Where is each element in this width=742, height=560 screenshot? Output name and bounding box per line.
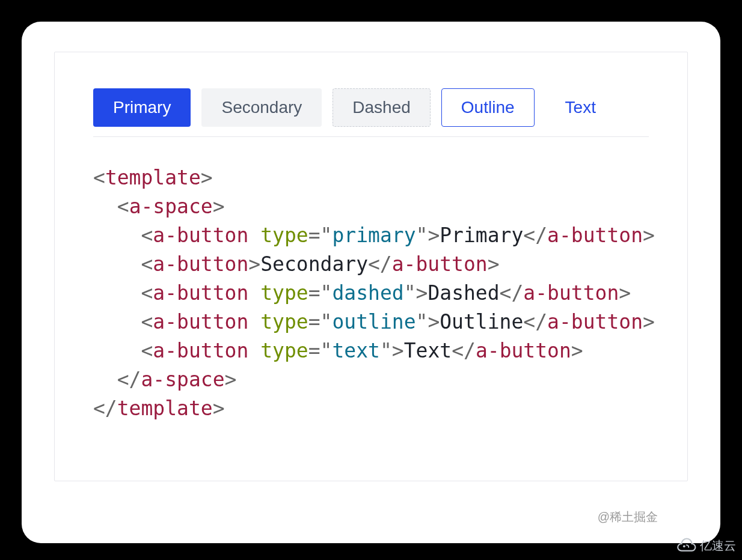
tag-button-open: a-button	[153, 252, 248, 276]
punct-lt: <	[117, 195, 129, 218]
val-primary: primary	[332, 224, 415, 247]
svg-point-0	[683, 545, 685, 547]
tag-template-close: template	[117, 397, 213, 420]
tag-space-open: a-space	[129, 195, 213, 218]
punct-eq: =	[308, 339, 320, 362]
punct-eq: =	[308, 310, 320, 333]
punct-q: "	[404, 281, 416, 305]
tag-button-close: a-button	[476, 339, 571, 362]
punct-gt: >	[619, 281, 631, 305]
punct-q: "	[320, 281, 333, 305]
val-dashed: dashed	[332, 281, 403, 305]
punct-gt: >	[428, 310, 440, 333]
primary-button[interactable]: Primary	[93, 88, 191, 127]
tag-template-open: template	[105, 166, 201, 189]
dashed-button[interactable]: Dashed	[333, 88, 431, 127]
punct-gt: >	[248, 252, 260, 276]
attr-type: type	[260, 339, 308, 362]
punct-q: "	[320, 224, 333, 247]
punct-lt: <	[141, 224, 153, 247]
brand-badge: 亿速云	[676, 537, 736, 555]
punct-gt: >	[643, 224, 655, 247]
attr-type: type	[260, 281, 308, 305]
code-block: <template> <a-space> <a-button type="pri…	[93, 163, 649, 423]
brand-text: 亿速云	[700, 538, 736, 554]
outline-button[interactable]: Outline	[441, 88, 535, 127]
attr-type: type	[260, 310, 308, 333]
punct-gt: >	[201, 166, 213, 189]
button-row: Primary Secondary Dashed Outline Text	[93, 88, 649, 137]
txt-text: Text	[404, 339, 452, 362]
watermark-text: @稀土掘金	[598, 509, 658, 525]
punct-q: "	[320, 310, 333, 333]
punct-lts: </	[523, 310, 547, 333]
punct-lt: <	[141, 310, 153, 333]
punct-lts: </	[117, 368, 141, 391]
text-button[interactable]: Text	[545, 88, 616, 127]
tag-button-close: a-button	[392, 252, 488, 276]
val-text: text	[332, 339, 379, 362]
punct-gt: >	[428, 224, 440, 247]
punct-gt: >	[213, 397, 225, 420]
punct-q: "	[380, 339, 392, 362]
punct-lt: <	[141, 281, 153, 305]
demo-panel: Primary Secondary Dashed Outline Text <t…	[54, 52, 688, 481]
punct-lts: </	[523, 224, 547, 247]
tag-space-close: a-space	[141, 368, 225, 391]
attr-type: type	[260, 224, 308, 247]
txt-secondary: Secondary	[260, 252, 368, 276]
punct-lt: <	[93, 166, 105, 189]
punct-lts: </	[93, 397, 117, 420]
secondary-button[interactable]: Secondary	[201, 88, 322, 127]
txt-primary: Primary	[440, 224, 523, 247]
cloud-icon	[676, 537, 696, 555]
punct-lt: <	[141, 339, 153, 362]
tag-button-open: a-button	[153, 310, 248, 333]
tag-button-close: a-button	[547, 310, 643, 333]
tag-button-close: a-button	[523, 281, 619, 305]
tag-button-close: a-button	[547, 224, 643, 247]
punct-gt: >	[488, 252, 500, 276]
punct-q: "	[416, 224, 428, 247]
punct-eq: =	[308, 281, 320, 305]
punct-gt: >	[571, 339, 583, 362]
punct-gt: >	[392, 339, 404, 362]
punct-gt: >	[213, 195, 225, 218]
punct-lts: </	[452, 339, 476, 362]
txt-outline: Outline	[440, 310, 523, 333]
card-container: Primary Secondary Dashed Outline Text <t…	[22, 22, 720, 543]
txt-dashed: Dashed	[428, 281, 499, 305]
tag-button-open: a-button	[153, 224, 248, 247]
tag-button-open: a-button	[153, 339, 248, 362]
punct-gt: >	[416, 281, 428, 305]
punct-gt: >	[225, 368, 237, 391]
punct-gt: >	[643, 310, 655, 333]
punct-lts: </	[368, 252, 392, 276]
punct-q: "	[320, 339, 333, 362]
punct-lts: </	[500, 281, 524, 305]
punct-q: "	[416, 310, 428, 333]
punct-eq: =	[308, 224, 320, 247]
val-outline: outline	[332, 310, 415, 333]
punct-lt: <	[141, 252, 153, 276]
tag-button-open: a-button	[153, 281, 248, 305]
